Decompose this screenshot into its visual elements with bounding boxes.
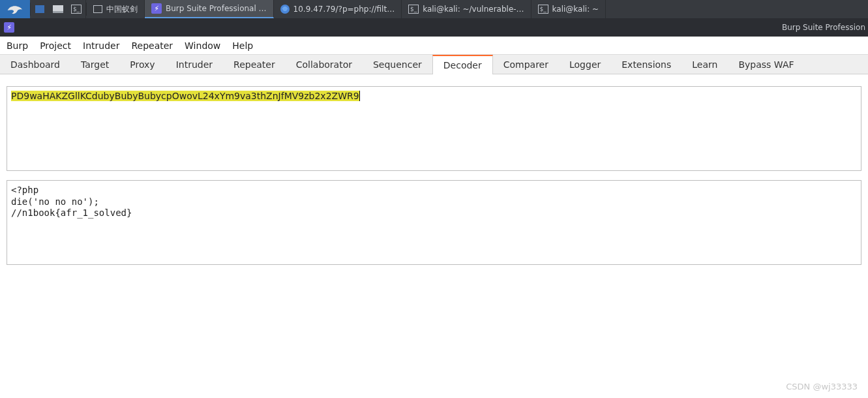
menu-help[interactable]: Help [232, 40, 253, 51]
tab-collaborator[interactable]: Collaborator [286, 55, 363, 74]
tab-target[interactable]: Target [70, 55, 119, 74]
taskbar-item-label: 10.9.47.79/?p=php://filt… [293, 5, 395, 14]
taskbar-item-label: kali@kali: ~/vulnerable-… [423, 5, 524, 14]
window-titlebar: ⚡ Burp Suite Profession [0, 18, 868, 37]
taskbar-item-burp[interactable]: ⚡ Burp Suite Professional … [145, 0, 274, 18]
tab-decoder[interactable]: Decoder [432, 55, 493, 74]
tab-comparer[interactable]: Comparer [493, 55, 559, 74]
window-title: Burp Suite Profession [782, 23, 868, 32]
quick-launch-terminal-icon[interactable]: $_ [67, 0, 85, 18]
tab-proxy[interactable]: Proxy [119, 55, 165, 74]
antsword-icon [93, 5, 102, 13]
quick-launch-app-icon[interactable] [31, 0, 49, 18]
os-taskbar: $_ 中国蚁剑 ⚡ Burp Suite Professional … 10.9… [0, 0, 868, 18]
terminal-icon: $_ [538, 5, 548, 14]
taskbar-item-terminal-2[interactable]: $_ kali@kali: ~ [531, 0, 606, 18]
taskbar-item-terminal-1[interactable]: $_ kali@kali: ~/vulnerable-… [402, 0, 531, 18]
taskbar-item-label: 中国蚁剑 [106, 4, 138, 15]
burp-bolt-icon: ⚡ [4, 22, 14, 33]
taskbar-item-chromium[interactable]: 10.9.47.79/?p=php://filt… [274, 0, 402, 18]
tab-extensions[interactable]: Extensions [611, 55, 681, 74]
kali-menu-button[interactable] [0, 0, 30, 18]
watermark: CSDN @wj33333 [786, 382, 858, 391]
kali-dragon-icon [7, 3, 23, 16]
app-tabbar: Dashboard Target Proxy Intruder Repeater… [0, 55, 868, 74]
menu-repeater[interactable]: Repeater [131, 40, 173, 51]
taskbar-item-label: Burp Suite Professional … [166, 4, 267, 13]
tab-dashboard[interactable]: Dashboard [0, 55, 70, 74]
tab-learn[interactable]: Learn [681, 55, 728, 74]
menu-window[interactable]: Window [185, 40, 220, 51]
terminal-icon: $_ [408, 5, 419, 14]
tab-intruder[interactable]: Intruder [166, 55, 223, 74]
decoder-input-text: PD9waHAKZGllKCdubyBubyBubycpOwovL24xYm9v… [11, 91, 359, 101]
tab-repeater[interactable]: Repeater [223, 55, 286, 74]
decoder-output-textarea[interactable]: <?php die('no no no'); //n1book{afr_1_so… [7, 180, 861, 265]
menu-intruder[interactable]: Intruder [83, 40, 119, 51]
tab-sequencer[interactable]: Sequencer [363, 55, 432, 74]
decoder-panel: PD9waHAKZGllKCdubyBubyBubycpOwovL24xYm9v… [0, 74, 868, 271]
quick-launch-files-icon[interactable] [49, 0, 67, 18]
menu-burp[interactable]: Burp [7, 40, 28, 51]
tab-logger[interactable]: Logger [559, 55, 611, 74]
decoder-input-textarea[interactable]: PD9waHAKZGllKCdubyBubyBubycpOwovL24xYm9v… [7, 86, 861, 171]
app-menubar: Burp Project Intruder Repeater Window He… [0, 37, 868, 55]
burp-bolt-icon: ⚡ [151, 3, 162, 14]
quick-launch: $_ [31, 0, 86, 18]
chromium-icon [280, 5, 290, 14]
taskbar-item-label: kali@kali: ~ [552, 5, 599, 14]
taskbar-item-antsword[interactable]: 中国蚁剑 [87, 0, 145, 18]
text-caret [359, 91, 360, 101]
menu-project[interactable]: Project [40, 40, 71, 51]
tab-bypass-waf[interactable]: Bypass WAF [728, 55, 804, 74]
